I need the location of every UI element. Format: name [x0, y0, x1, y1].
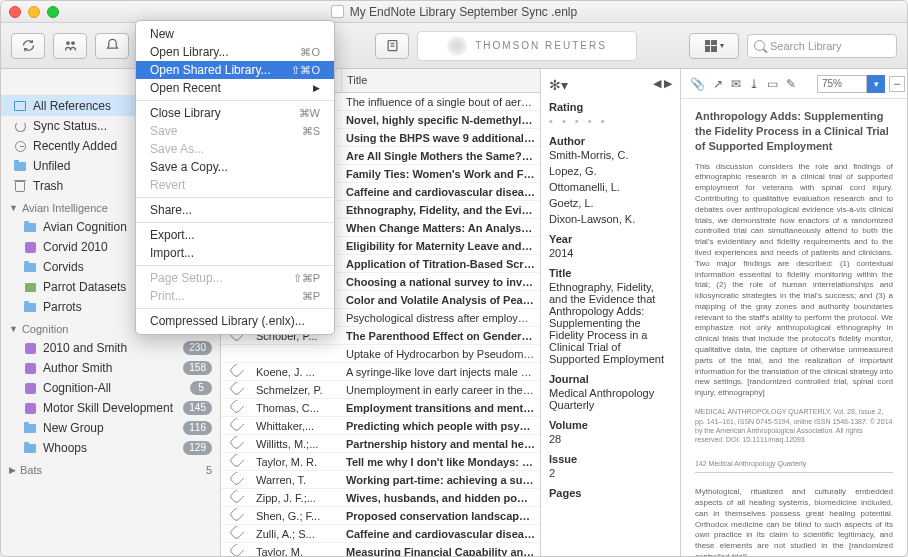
list-row[interactable]: Koene, J. ...A syringe-like love dart in… [221, 363, 540, 381]
list-row[interactable]: Whittaker,...Predicting which people wit… [221, 417, 540, 435]
preview-abstract: This discussion considers the role and f… [695, 162, 893, 400]
zoom-window[interactable] [47, 6, 59, 18]
sidebar-item[interactable]: Whoops129 [1, 438, 220, 458]
close-window[interactable] [9, 6, 21, 18]
clock-icon [15, 141, 26, 152]
author-label: Author [549, 135, 672, 147]
sidebar-item[interactable]: Author Smith158 [1, 358, 220, 378]
rating-value[interactable]: • • • • • [549, 115, 672, 127]
svg-point-1 [71, 41, 75, 45]
minimize-window[interactable] [28, 6, 40, 18]
paperclip-icon[interactable]: 📎 [689, 75, 706, 93]
pages-label: Pages [549, 487, 672, 499]
highlight-icon[interactable]: ✎ [785, 75, 797, 93]
menu-item[interactable]: Export... [136, 226, 334, 244]
menu-item[interactable]: Compressed Library (.enlx)... [136, 312, 334, 330]
title-label: Title [549, 267, 672, 279]
list-row[interactable]: Thomas, C...Employment transitions and m… [221, 399, 540, 417]
paperclip-icon [228, 417, 244, 433]
journal-value: Medical Anthropology Quarterly [549, 387, 672, 411]
menu-item[interactable]: Close Library⌘W [136, 104, 334, 122]
title-value: Ethnography, Fidelity, and the Evidence … [549, 281, 672, 365]
issue-value: 2 [549, 467, 672, 479]
list-row[interactable]: Uptake of Hydrocarbon by Pseudomonas flu [221, 345, 540, 363]
author-value: Smith-Morris, C. [549, 149, 672, 161]
mail-icon[interactable]: ✉ [730, 75, 742, 93]
issue-label: Issue [549, 453, 672, 465]
notify-button[interactable] [95, 33, 129, 59]
menu-item[interactable]: Open Recent▶ [136, 79, 334, 97]
preview-citation: MEDICAL ANTHROPOLOGY QUARTERLY, Vol. 28,… [695, 407, 893, 445]
save-icon[interactable]: ⤓ [748, 75, 760, 93]
rating-label: Rating [549, 101, 672, 113]
paperclip-icon [228, 399, 244, 415]
preview-toolbar: 📎 ↗ ✉ ⤓ ▭ ✎ 75% ▾ − + [681, 69, 907, 99]
list-row[interactable]: Schmelzer, P.Unemployment in early caree… [221, 381, 540, 399]
smart-icon [25, 343, 36, 354]
menu-item: Save⌘S [136, 122, 334, 140]
list-row[interactable]: Zipp, J. F.;...Wives, husbands, and hidd… [221, 489, 540, 507]
paperclip-icon [228, 363, 244, 379]
sidebar-item[interactable]: 2010 and Smith230 [1, 338, 220, 358]
fold-icon [24, 263, 36, 272]
sidebar-item[interactable]: New Group116 [1, 418, 220, 438]
volume-label: Volume [549, 419, 672, 431]
fold-icon [24, 444, 36, 453]
smart-icon [25, 403, 36, 414]
preview-para: Mythological, ritualized and culturally … [695, 487, 893, 556]
sync-button[interactable] [11, 33, 45, 59]
volume-value: 28 [549, 433, 672, 445]
paperclip-icon [228, 471, 244, 487]
list-row[interactable]: Willitts, M.;...Partnership history and … [221, 435, 540, 453]
logo: THOMSON REUTERS [417, 31, 637, 61]
note-icon[interactable]: ▭ [766, 75, 779, 93]
svg-point-0 [66, 41, 70, 45]
fold-icon [24, 223, 36, 232]
trash-icon [15, 181, 25, 192]
menu-item[interactable]: Open Shared Library...⇧⌘O [136, 61, 334, 79]
list-row[interactable]: Zulli, A.; S...Caffeine and cardiovascul… [221, 525, 540, 543]
new-ref-button[interactable] [375, 33, 409, 59]
sync-icon [15, 121, 26, 132]
search-icon [754, 40, 765, 51]
smart-icon [25, 363, 36, 374]
box-icon [14, 101, 26, 111]
smart-icon [25, 242, 36, 253]
menu-item[interactable]: Open Library...⌘O [136, 43, 334, 61]
fold-icon [24, 424, 36, 433]
menu-item[interactable]: New [136, 25, 334, 43]
paperclip-icon [228, 435, 244, 451]
zoom-out[interactable]: − [889, 76, 905, 92]
smart-icon [25, 383, 36, 394]
sidebar-item[interactable]: Cognition-All5 [1, 378, 220, 398]
share-button[interactable] [53, 33, 87, 59]
sidebar-item[interactable]: Motor Skill Development145 [1, 398, 220, 418]
paperclip-icon [228, 543, 244, 556]
menu-item[interactable]: Share... [136, 201, 334, 219]
file-menu[interactable]: NewOpen Library...⌘OOpen Shared Library.… [135, 20, 335, 335]
list-row[interactable]: Taylor, M. R.Tell me why I don't like Mo… [221, 453, 540, 471]
list-row[interactable]: Warren, T.Working part-time: achieving a… [221, 471, 540, 489]
year-label: Year [549, 233, 672, 245]
col-title[interactable]: Title [341, 69, 540, 92]
window-title: My EndNote Library September Sync .enlp [350, 5, 577, 19]
paperclip-icon [228, 489, 244, 505]
paperclip-icon [228, 525, 244, 541]
gear-icon[interactable]: ✻▾ [549, 77, 568, 93]
menu-item[interactable]: Save a Copy... [136, 158, 334, 176]
list-row[interactable]: Taylor, M.Measuring Financial Capability… [221, 543, 540, 556]
menu-item: Page Setup...⇧⌘P [136, 269, 334, 287]
search-input[interactable]: Search Library [747, 34, 897, 58]
window-controls[interactable] [9, 6, 59, 18]
sidebar-group[interactable]: ▶Bats5 [1, 458, 220, 479]
detail-nav[interactable]: ◀ ▶ [653, 77, 672, 93]
paperclip-icon [228, 453, 244, 469]
menu-item[interactable]: Import... [136, 244, 334, 262]
fold-icon [14, 162, 26, 171]
zoom-select[interactable]: 75% [817, 75, 867, 93]
zoom-dropdown[interactable]: ▾ [867, 75, 885, 93]
preview-title: Anthropology Adds: Supplementing the Fid… [695, 109, 893, 154]
list-row[interactable]: Shen, G.; F...Proposed conservation land… [221, 507, 540, 525]
open-icon[interactable]: ↗ [712, 75, 724, 93]
layout-button[interactable]: ▾ [689, 33, 739, 59]
